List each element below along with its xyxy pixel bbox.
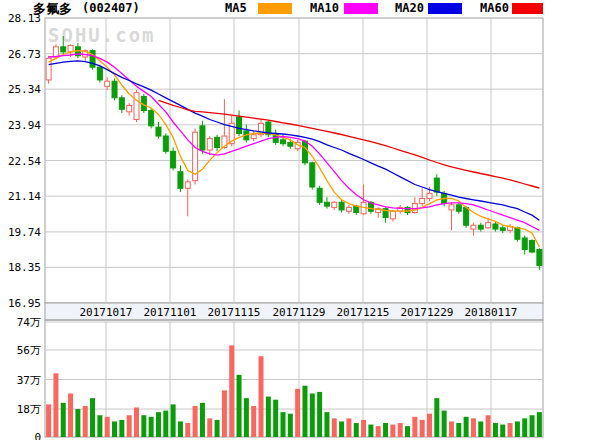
- candle-body: [464, 207, 469, 225]
- candle-body: [515, 228, 520, 239]
- volume-bar: [134, 407, 139, 437]
- candle-body: [354, 206, 359, 212]
- volume-tick-label: 18万: [17, 403, 41, 416]
- candle-body: [324, 202, 329, 206]
- candle-body: [207, 139, 212, 150]
- volume-bar: [237, 375, 242, 437]
- candle-body: [281, 140, 286, 144]
- volume-tick-label: 74万: [17, 316, 41, 329]
- candle-body: [53, 47, 58, 57]
- price-tick-label: 23.94: [8, 119, 41, 132]
- candle-body: [288, 142, 293, 146]
- volume-bar: [383, 423, 388, 437]
- candle-body: [522, 238, 527, 249]
- volume-bar: [376, 426, 381, 437]
- volume-bar: [61, 403, 66, 437]
- candle-body: [346, 207, 351, 211]
- volume-bar: [259, 356, 264, 437]
- date-tick-label: 20180117: [465, 306, 518, 319]
- candle-body: [310, 163, 315, 187]
- volume-bar: [222, 390, 227, 437]
- volume-tick-label: 37万: [17, 374, 41, 387]
- volume-bar: [266, 397, 271, 437]
- candle-body: [449, 205, 454, 210]
- volume-bar: [127, 415, 132, 437]
- volume-bar: [515, 421, 520, 437]
- volume-bar: [149, 417, 154, 437]
- volume-bar: [112, 421, 117, 437]
- volume-bar: [119, 420, 124, 437]
- candle-body: [178, 172, 183, 189]
- volume-bar: [83, 406, 88, 437]
- volume-bar: [456, 423, 461, 437]
- price-tick-label: 22.54: [8, 155, 41, 168]
- volume-tick-label: 0: [34, 431, 41, 440]
- volume-bar: [310, 393, 315, 437]
- volume-bar: [207, 418, 212, 437]
- volume-bar: [295, 389, 300, 437]
- date-tick-label: 20171215: [337, 306, 390, 319]
- price-tick-label: 21.14: [8, 190, 41, 203]
- volume-bar: [97, 415, 102, 437]
- kline-chart: SOHU.com28.1326.7325.3423.9422.5421.1419…: [0, 0, 600, 440]
- candle-body: [163, 136, 168, 151]
- stock-chart-page: 多氟多 (002407) MA5 MA10 MA20 MA60 SOHU.com…: [0, 0, 600, 440]
- volume-bar: [288, 414, 293, 437]
- date-tick-label: 20171101: [144, 306, 197, 319]
- date-tick-label: 20171129: [273, 306, 326, 319]
- volume-bar: [339, 421, 344, 437]
- volume-bar: [302, 386, 307, 437]
- candle-body: [420, 198, 425, 203]
- candle-body: [185, 182, 190, 188]
- volume-bar: [281, 412, 286, 437]
- volume-bar: [163, 411, 168, 437]
- volume-bar: [464, 417, 469, 437]
- volume-bar: [354, 423, 359, 437]
- volume-bar: [324, 412, 329, 437]
- candle-body: [427, 193, 432, 198]
- volume-bar: [171, 404, 176, 437]
- price-tick-label: 28.13: [8, 12, 41, 25]
- volume-bar: [46, 404, 51, 437]
- candle-body: [119, 98, 124, 109]
- candle-body: [97, 67, 102, 80]
- volume-bar: [537, 412, 542, 437]
- volume-bar: [508, 423, 513, 437]
- candle-body: [156, 127, 161, 136]
- volume-bar: [420, 420, 425, 437]
- volume-bar: [412, 417, 417, 437]
- price-tick-label: 18.35: [8, 261, 41, 274]
- candle-body: [105, 81, 110, 86]
- volume-bar: [200, 403, 205, 437]
- candle-body: [471, 225, 476, 229]
- volume-bar: [273, 400, 278, 437]
- volume-bar: [500, 425, 505, 437]
- volume-bar: [75, 409, 80, 437]
- volume-bar: [251, 406, 256, 437]
- volume-bar: [68, 393, 73, 437]
- volume-bar: [434, 398, 439, 437]
- volume-bar: [229, 345, 234, 437]
- price-tick-label: 26.73: [8, 48, 41, 61]
- volume-bar: [346, 418, 351, 437]
- volume-bar: [156, 412, 161, 437]
- volume-bar: [215, 420, 220, 437]
- candle-body: [500, 228, 505, 231]
- candle-body: [456, 205, 461, 211]
- candle-body: [390, 211, 395, 219]
- candle-body: [493, 224, 498, 229]
- volume-bar: [178, 421, 183, 437]
- candle-body: [537, 249, 542, 265]
- candle-body: [127, 105, 132, 111]
- volume-bar: [398, 423, 403, 437]
- volume-bar: [53, 373, 58, 437]
- candle-body: [339, 202, 344, 210]
- date-tick-label: 20171229: [401, 306, 454, 319]
- candle-body: [530, 241, 535, 252]
- volume-bar: [486, 415, 491, 437]
- candle-body: [251, 135, 256, 139]
- volume-bar: [368, 425, 373, 437]
- volume-bar: [522, 418, 527, 437]
- volume-bar: [449, 421, 454, 437]
- volume-bar: [317, 392, 322, 437]
